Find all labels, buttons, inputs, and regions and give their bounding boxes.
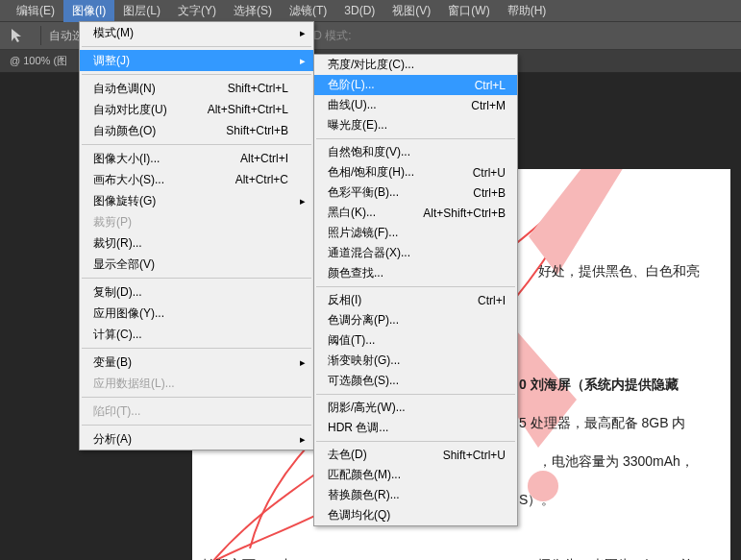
doc-text: S）。 bbox=[519, 486, 555, 513]
menu-separator bbox=[82, 397, 311, 398]
toolbar-divider bbox=[40, 26, 41, 45]
menu-shortcut: Shift+Ctrl+L bbox=[228, 82, 288, 95]
menu-shortcut: Ctrl+M bbox=[471, 99, 506, 112]
menu-item[interactable]: 色阶(L)...Ctrl+L bbox=[314, 75, 517, 95]
menu-item[interactable]: 曝光度(E)... bbox=[314, 115, 517, 135]
menu-shortcut: Ctrl+U bbox=[473, 166, 506, 180]
menu-item[interactable]: 黑白(K)...Alt+Shift+Ctrl+B bbox=[314, 203, 517, 223]
menu-item[interactable]: 亮度/对比度(C)... bbox=[314, 55, 517, 75]
menu-item[interactable]: 颜色查找... bbox=[314, 263, 517, 283]
menu-separator bbox=[82, 144, 311, 145]
menu-item-label: 计算(C)... bbox=[93, 327, 142, 343]
menu-separator bbox=[82, 348, 311, 349]
menu-item[interactable]: 阈值(T)... bbox=[314, 330, 517, 351]
menu-item[interactable]: 模式(M) bbox=[80, 22, 313, 43]
menu-item[interactable]: 复制(D)... bbox=[80, 281, 313, 303]
menu-item-label: 替换颜色(R)... bbox=[328, 487, 400, 503]
menu-item[interactable]: 匹配颜色(M)... bbox=[314, 465, 517, 485]
menu-item[interactable]: 自然饱和度(V)... bbox=[314, 142, 517, 162]
menu-item[interactable]: 反相(I)Ctrl+I bbox=[314, 290, 517, 310]
menu-item[interactable]: HDR 色调... bbox=[314, 418, 517, 438]
menu-item[interactable]: 滤镜(T) bbox=[281, 0, 335, 22]
menu-item[interactable]: 文字(Y) bbox=[169, 0, 225, 22]
menu-item[interactable]: 色相/饱和度(H)...Ctrl+U bbox=[314, 162, 517, 183]
menu-separator bbox=[82, 278, 311, 279]
menu-item[interactable]: 色调均化(Q) bbox=[314, 505, 517, 525]
menu-item[interactable]: 应用图像(Y)... bbox=[80, 303, 313, 324]
menu-item[interactable]: 视图(V) bbox=[383, 0, 439, 22]
menu-item[interactable]: 画布大小(S)...Alt+Ctrl+C bbox=[80, 169, 313, 190]
menu-item[interactable]: 色调分离(P)... bbox=[314, 310, 517, 330]
menu-item[interactable]: 选择(S) bbox=[225, 0, 281, 22]
menu-item-label: 应用图像(Y)... bbox=[93, 305, 164, 322]
menu-item[interactable]: 图像(I) bbox=[63, 0, 114, 22]
menu-separator bbox=[316, 286, 515, 287]
menu-item-label: 色调均化(Q) bbox=[328, 507, 390, 523]
menu-item[interactable]: 分析(A) bbox=[80, 428, 313, 450]
menu-shortcut: Shift+Ctrl+U bbox=[443, 449, 506, 462]
menu-item[interactable]: 显示全部(V) bbox=[80, 254, 313, 275]
menu-item[interactable]: 可选颜色(S)... bbox=[314, 371, 517, 391]
menu-item[interactable]: 图像旋转(G) bbox=[80, 190, 313, 211]
menu-item[interactable]: 调整(J) bbox=[80, 50, 313, 71]
menu-item-label: 曝光度(E)... bbox=[328, 117, 387, 134]
menu-item-label: 色调分离(P)... bbox=[328, 312, 399, 329]
menu-item[interactable]: 自动对比度(U)Alt+Shift+Ctrl+L bbox=[80, 99, 313, 120]
menu-shortcut: Ctrl+I bbox=[478, 294, 506, 307]
move-tool-icon[interactable] bbox=[8, 27, 25, 44]
menu-item-label: 颜色查找... bbox=[328, 265, 383, 281]
menu-item-label: 去色(D) bbox=[328, 447, 367, 463]
menu-item-label: 亮度/对比度(C)... bbox=[328, 57, 414, 73]
menu-shortcut: Shift+Ctrl+B bbox=[226, 124, 288, 137]
menu-item[interactable]: 计算(C)... bbox=[80, 324, 313, 345]
menu-item[interactable]: 3D(D) bbox=[335, 1, 383, 20]
menu-item-label: 可选颜色(S)... bbox=[328, 373, 399, 389]
menu-item[interactable]: 图像大小(I)...Alt+Ctrl+I bbox=[80, 148, 313, 169]
menu-shortcut: Ctrl+L bbox=[475, 79, 506, 92]
doc-text: 5 处理器，最高配备 8GB 内 bbox=[519, 409, 685, 436]
menu-shortcut: Alt+Shift+Ctrl+B bbox=[423, 207, 506, 220]
menu-item[interactable]: 裁切(R)... bbox=[80, 232, 313, 254]
adjustments-submenu[interactable]: 亮度/对比度(C)...色阶(L)...Ctrl+L曲线(U)...Ctrl+M… bbox=[313, 54, 518, 526]
menu-item[interactable]: 变量(B) bbox=[80, 352, 313, 373]
menu-item[interactable]: 阴影/高光(W)... bbox=[314, 398, 517, 418]
menu-item-label: 自然饱和度(V)... bbox=[328, 144, 410, 160]
document-tab[interactable]: @ 100% (图 bbox=[10, 54, 67, 68]
menu-separator bbox=[82, 74, 311, 75]
doc-text: 好处，提供黑色、白色和亮 bbox=[538, 257, 700, 284]
menu-item[interactable]: 照片滤镜(F)... bbox=[314, 223, 517, 243]
doc-text: ，电池容量为 3300mAh， bbox=[538, 448, 694, 475]
menu-item[interactable]: 通道混合器(X)... bbox=[314, 243, 517, 263]
menu-item-label: 黑白(K)... bbox=[328, 205, 376, 221]
menu-item: 陷印(T)... bbox=[80, 401, 313, 422]
menu-item[interactable]: 自动色调(N)Shift+Ctrl+L bbox=[80, 78, 313, 99]
menu-item[interactable]: 图层(L) bbox=[114, 0, 169, 22]
menu-item-label: 裁剪(P) bbox=[93, 214, 132, 231]
menu-item[interactable]: 渐变映射(G)... bbox=[314, 351, 517, 371]
menu-item-label: 调整(J) bbox=[93, 53, 130, 69]
menu-item-label: 模式(M) bbox=[93, 25, 134, 41]
menu-item-label: 画布大小(S)... bbox=[93, 172, 164, 188]
menu-item[interactable]: 帮助(H) bbox=[499, 0, 556, 22]
menu-item[interactable]: 编辑(E) bbox=[8, 0, 63, 22]
menu-item[interactable]: 去色(D)Shift+Ctrl+U bbox=[314, 445, 517, 465]
menu-item-label: 自动对比度(U) bbox=[93, 102, 167, 118]
menu-item-label: 色彩平衡(B)... bbox=[328, 184, 399, 201]
menu-item-label: 裁切(R)... bbox=[93, 235, 142, 252]
menubar: 编辑(E)图像(I)图层(L)文字(Y)选择(S)滤镜(T)3D(D)视图(V)… bbox=[0, 0, 741, 21]
menu-item[interactable]: 曲线(U)...Ctrl+M bbox=[314, 95, 517, 115]
menu-shortcut: Alt+Ctrl+I bbox=[240, 152, 288, 165]
menu-item[interactable]: 自动颜色(O)Shift+Ctrl+B bbox=[80, 120, 313, 141]
menu-separator bbox=[316, 394, 515, 395]
menu-separator bbox=[82, 425, 311, 426]
image-menu-dropdown[interactable]: 模式(M)调整(J)自动色调(N)Shift+Ctrl+L自动对比度(U)Alt… bbox=[79, 21, 314, 450]
menu-item-label: 渐变映射(G)... bbox=[328, 353, 400, 369]
menu-item-label: 阈值(T)... bbox=[328, 332, 375, 349]
menu-item[interactable]: 替换颜色(R)... bbox=[314, 485, 517, 505]
menu-item-label: 分析(A) bbox=[93, 431, 132, 448]
menu-item[interactable]: 窗口(W) bbox=[439, 0, 498, 22]
doc-text: 拍照方面，一加 bbox=[202, 551, 296, 560]
menu-item-label: 色相/饱和度(H)... bbox=[328, 164, 414, 181]
menu-item[interactable]: 色彩平衡(B)...Ctrl+B bbox=[314, 183, 517, 203]
menu-item-label: 图像旋转(G) bbox=[93, 193, 156, 209]
